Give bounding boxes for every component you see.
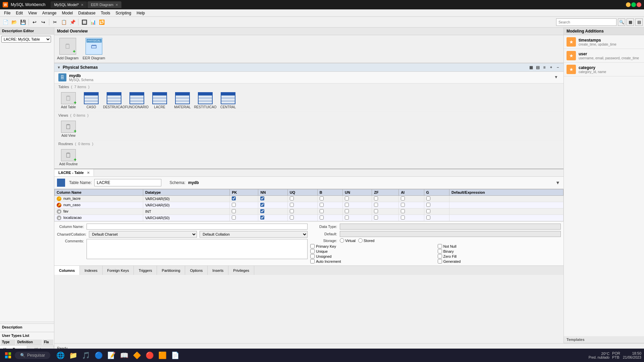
menu-arrange[interactable]: Arrange (40, 10, 59, 16)
toolbar-cut[interactable]: ✂ (51, 18, 59, 26)
data-type-input[interactable] (340, 224, 561, 230)
unsigned-checkbox[interactable] (310, 254, 315, 258)
virtual-radio[interactable] (340, 238, 344, 243)
primary-key-checkbox[interactable] (310, 244, 315, 248)
toolbar-btn1[interactable]: 🔲 (80, 18, 88, 26)
menu-help[interactable]: Help (134, 10, 148, 16)
taskbar-edge[interactable]: 🌐 (54, 349, 66, 361)
table-destruicao[interactable]: DESTRUICAO (104, 92, 124, 109)
view-grid2-btn[interactable]: ▤ (535, 64, 541, 70)
comments-textarea[interactable] (87, 239, 308, 259)
toolbar-copy[interactable]: 📋 (60, 18, 68, 26)
menu-tools[interactable]: Tools (98, 10, 113, 16)
modeling-user[interactable]: ★ user username, email, password, create… (564, 49, 644, 63)
taskbar-spotify[interactable]: 🎵 (80, 349, 92, 361)
zero-fill-checkbox[interactable] (438, 254, 442, 258)
stored-radio[interactable] (358, 238, 363, 243)
add-routine-item[interactable]: 🗒 + Add Routine (58, 149, 78, 166)
taskbar-app3[interactable]: 🔶 (131, 349, 143, 361)
close-button[interactable] (637, 2, 641, 7)
unique-checkbox[interactable] (310, 249, 315, 253)
add-schema-btn[interactable]: + (548, 64, 554, 70)
taskbar-app6[interactable]: 📄 (169, 349, 181, 361)
view-toggle-2[interactable]: ▤ (635, 18, 643, 26)
modeling-timestamps[interactable]: ★ timestamps create_time, update_time (564, 35, 644, 49)
toolbar-btn3[interactable]: 🔁 (98, 18, 106, 26)
add-diagram-item[interactable]: 🗒 + Add Diagram (57, 38, 78, 60)
func-row-1 (130, 96, 144, 98)
collapse-button[interactable]: ▼ (555, 180, 561, 185)
editor-tab-close[interactable]: ✕ (87, 171, 90, 175)
table-funcionario[interactable]: FUNCIONARIO (127, 92, 147, 109)
menu-view[interactable]: View (25, 10, 40, 16)
charset-select[interactable]: Default Charset (89, 231, 197, 238)
table-restituicao[interactable]: RESTITUICAO (195, 92, 215, 109)
toolbar-open[interactable]: 📂 (10, 18, 18, 26)
search-input[interactable] (556, 18, 616, 26)
remove-schema-btn[interactable]: − (555, 64, 561, 70)
table-name-input[interactable] (94, 179, 161, 186)
description-select[interactable]: LACRE: MySQL Table (1, 36, 51, 43)
schemas-expand-icon[interactable]: ▼ (57, 65, 61, 69)
toolbar-btn2[interactable]: 📊 (89, 18, 97, 26)
default-input[interactable] (340, 231, 561, 237)
tab-close-mysql-model[interactable]: ✕ (81, 3, 84, 7)
toolbar-new[interactable]: 📄 (1, 18, 9, 26)
taskbar-chrome[interactable]: 🔵 (93, 349, 105, 361)
minimize-button[interactable] (626, 2, 631, 7)
schema-expand-btn[interactable]: ▼ (554, 75, 559, 80)
not-null-checkbox[interactable] (438, 244, 442, 248)
taskbar-files[interactable]: 📁 (67, 349, 79, 361)
taskbar-app2[interactable]: 📖 (118, 349, 130, 361)
tab-eer-diagram[interactable]: EER Diagram ✕ (88, 1, 121, 8)
table-row: ◆ localizacao VARCHAR(50) (55, 215, 564, 221)
col-name-detail-input[interactable] (87, 224, 308, 230)
toolbar-redo[interactable]: ↪ (39, 18, 47, 26)
add-view-item[interactable]: 🗒 + Add View (58, 121, 78, 137)
toolbar-save[interactable]: 💾 (19, 18, 27, 26)
menu-database[interactable]: Database (75, 10, 98, 16)
view-grid-btn[interactable]: ▦ (528, 64, 534, 70)
taskbar-app5[interactable]: 🟧 (156, 349, 168, 361)
tab-inserts[interactable]: Inserts (208, 266, 228, 275)
user-types-section: User Types List (0, 332, 54, 339)
table-material[interactable]: MATERIAL (172, 92, 193, 109)
view-toggle-1[interactable]: ▦ (627, 18, 634, 26)
view-list-btn[interactable]: ≡ (541, 64, 547, 70)
menu-scripting[interactable]: Scripting (113, 10, 134, 16)
eer-diagram-item[interactable]: PHYSICAL 🗃 EER Diagram (83, 38, 105, 60)
table-caso[interactable]: CASO (81, 92, 101, 109)
category-title: category (579, 65, 641, 70)
tab-foreign-keys[interactable]: Foreign Keys (103, 266, 134, 275)
modeling-category[interactable]: ★ category category_id, name (564, 63, 644, 76)
weather-display: 20°C Pred. nublado (589, 352, 609, 359)
search-button[interactable]: 🔍 (618, 18, 625, 26)
timestamps-info: timestamps create_time, update_time (579, 38, 641, 46)
menu-model[interactable]: Model (59, 10, 76, 16)
tab-close-eer[interactable]: ✕ (115, 3, 118, 7)
tab-indexes[interactable]: Indexes (80, 266, 103, 275)
tab-columns[interactable]: Columns (54, 266, 80, 275)
taskbar-search[interactable]: 🔍 Pesquisar (15, 352, 50, 359)
tab-triggers[interactable]: Triggers (134, 266, 157, 275)
collation-select[interactable]: Default Collation (200, 231, 308, 238)
maximize-button[interactable] (631, 2, 636, 7)
tab-options[interactable]: Options (185, 266, 208, 275)
tab-lacre-table[interactable]: LACRE - Table ✕ (54, 169, 94, 176)
taskbar-app1[interactable]: 📝 (105, 349, 117, 361)
tab-partitioning[interactable]: Partitioning (157, 266, 185, 275)
start-button[interactable] (3, 350, 13, 361)
add-table-item[interactable]: 🗒 + Add Table (58, 92, 78, 109)
binary-checkbox[interactable] (438, 249, 442, 253)
auto-increment-checkbox[interactable] (310, 259, 315, 263)
table-central[interactable]: CENTRAL (218, 92, 238, 109)
generated-checkbox[interactable] (438, 259, 442, 263)
tab-mysql-model[interactable]: MySQL Model* ✕ (51, 1, 87, 8)
menu-file[interactable]: File (1, 10, 13, 16)
toolbar-paste[interactable]: 📌 (68, 18, 76, 26)
tab-privileges[interactable]: Privileges (228, 266, 254, 275)
toolbar-undo[interactable]: ↩ (31, 18, 39, 26)
menu-edit[interactable]: Edit (13, 10, 25, 16)
table-lacre[interactable]: LACRE (150, 92, 170, 109)
taskbar-app4[interactable]: 🔴 (144, 349, 156, 361)
